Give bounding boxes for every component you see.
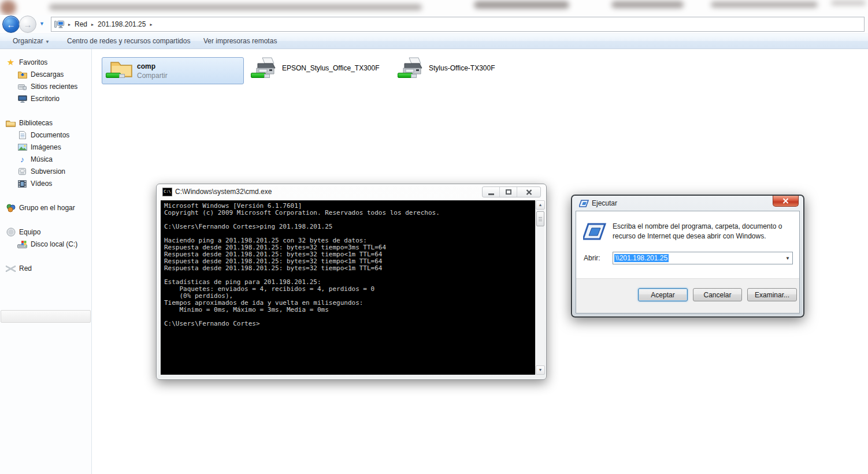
- blurred-avatar: [0, 0, 16, 15]
- star-icon: ★: [6, 58, 16, 67]
- libraries-icon: [6, 118, 16, 128]
- sidebar-item-label: Música: [31, 155, 53, 163]
- homegroup-icon: [6, 203, 16, 212]
- sidebar-section-equipo[interactable]: Equipo: [6, 226, 40, 238]
- blurred-title-text: [711, 2, 818, 8]
- sidebar-item-imagenes[interactable]: Imágenes: [17, 141, 61, 153]
- network-printer-icon: [253, 57, 277, 80]
- view-remote-printers-button[interactable]: Ver impresoras remotas: [200, 34, 280, 48]
- minimize-button[interactable]: [483, 187, 500, 197]
- run-icon-small: [579, 200, 589, 207]
- close-icon: [782, 198, 789, 204]
- cmd-titlebar[interactable]: C:\ C:\Windows\system32\cmd.exe: [157, 184, 546, 199]
- command-toolbar: Organizar ▼ Centro de redes y recursos c…: [0, 33, 868, 49]
- window-titlebar-blurred[interactable]: [0, 0, 868, 15]
- sidebar-item-musica[interactable]: ♪ Música: [17, 154, 53, 165]
- cmd-window: C:\ C:\Windows\system32\cmd.exe Microsof…: [156, 184, 547, 380]
- maximize-button[interactable]: [500, 187, 517, 197]
- hard-drive-icon: [17, 240, 27, 249]
- document-icon: [17, 130, 27, 140]
- sidebar-section-label: Grupo en el hogar: [19, 204, 75, 212]
- scroll-down-button[interactable]: ▼: [536, 365, 545, 375]
- blurred-title-text: [49, 4, 422, 10]
- shared-folder-icon: [110, 60, 132, 77]
- network-computer-icon: [54, 20, 64, 29]
- printer-name: EPSON_Stylus_Office_TX300F: [282, 64, 380, 72]
- sidebar-section-label: Favoritos: [19, 58, 47, 66]
- ok-button[interactable]: Aceptar: [638, 288, 688, 301]
- subversion-folder-icon: [17, 167, 27, 176]
- close-button[interactable]: [517, 187, 540, 197]
- forward-button[interactable]: →: [19, 16, 36, 33]
- scroll-up-button[interactable]: ▲: [536, 200, 545, 210]
- sidebar-item-sitios-recientes[interactable]: Sitios recientes: [17, 81, 77, 92]
- sidebar: ★ Favoritos Descargas Sitios recientes E…: [0, 49, 91, 474]
- sidebar-section-grupo-hogar[interactable]: Grupo en el hogar: [6, 202, 75, 214]
- run-icon: [583, 223, 606, 240]
- sidebar-section-bibliotecas[interactable]: Bibliotecas: [6, 117, 53, 129]
- item-title: comp: [137, 62, 155, 70]
- sidebar-item-label: Escritorio: [31, 95, 60, 103]
- sidebar-divider: [91, 49, 92, 474]
- sidebar-item-label: Vídeos: [31, 180, 52, 188]
- navigation-bar: ← → ▼ ▸ Red ▸ 201.198.201.25 ▸: [0, 15, 868, 33]
- cmd-output: Microsoft Windows [Versión 6.1.7601] Cop…: [161, 200, 535, 327]
- sidebar-item-label: Red: [19, 264, 32, 273]
- sidebar-section-favoritos[interactable]: ★ Favoritos: [6, 57, 47, 68]
- sidebar-selection-highlight: [1, 310, 91, 323]
- sidebar-item-documentos[interactable]: Documentos: [17, 129, 69, 141]
- video-icon: [17, 179, 27, 188]
- network-icon: [6, 264, 16, 273]
- printer-name: Stylus-Office-TX300F: [429, 64, 495, 72]
- browse-button[interactable]: Examinar...: [747, 288, 797, 301]
- address-bar[interactable]: ▸ Red ▸ 201.198.201.25 ▸: [51, 17, 865, 32]
- file-item-comp[interactable]: comp Compartir: [102, 57, 244, 84]
- explorer-window: ← → ▼ ▸ Red ▸ 201.198.201.25 ▸ Organizar…: [0, 0, 868, 474]
- run-close-button[interactable]: [773, 196, 799, 207]
- chevron-down-icon: ▼: [45, 39, 50, 44]
- blurred-title-text: [611, 1, 684, 8]
- sidebar-item-disco-local[interactable]: Disco local (C:): [17, 238, 77, 250]
- back-button[interactable]: ←: [2, 16, 20, 33]
- recent-pages-dropdown-icon[interactable]: ▼: [39, 21, 44, 27]
- sidebar-section-label: Bibliotecas: [19, 119, 53, 127]
- run-dialog-title: Ejecutar: [592, 199, 617, 207]
- breadcrumb-arrow-icon: ▸: [68, 22, 71, 27]
- computer-icon: [6, 227, 16, 237]
- combo-dropdown-icon[interactable]: ▼: [785, 256, 790, 261]
- cmd-scrollbar[interactable]: ▲ ▼: [535, 200, 544, 375]
- sidebar-item-label: Documentos: [31, 131, 69, 139]
- blurred-title-text: [474, 1, 569, 9]
- printer-item[interactable]: Stylus-Office-TX300F: [400, 57, 495, 80]
- sidebar-section-label: Equipo: [19, 228, 40, 236]
- music-note-icon: ♪: [17, 155, 27, 164]
- network-center-button[interactable]: Centro de redes y recursos compartidos: [64, 34, 194, 48]
- back-icon: ←: [7, 20, 16, 29]
- item-subtitle: Compartir: [137, 72, 168, 80]
- breadcrumb-item-ip[interactable]: 201.198.201.25: [98, 20, 146, 28]
- sidebar-item-label: Descargas: [31, 70, 64, 79]
- minimize-icon: [488, 193, 494, 195]
- cancel-button[interactable]: Cancelar: [693, 288, 742, 301]
- printer-item[interactable]: EPSON_Stylus_Office_TX300F: [253, 57, 380, 80]
- sidebar-item-red[interactable]: Red: [6, 263, 32, 274]
- cmd-console[interactable]: Microsoft Windows [Versión 6.1.7601] Cop…: [161, 200, 535, 375]
- picture-icon: [17, 143, 27, 152]
- sidebar-item-label: Sitios recientes: [31, 83, 77, 91]
- sidebar-item-label: Imágenes: [31, 143, 61, 151]
- organize-button[interactable]: Organizar ▼: [9, 34, 53, 48]
- sidebar-item-videos[interactable]: Vídeos: [17, 178, 52, 189]
- network-printer-icon: [400, 57, 424, 80]
- sidebar-item-label: Disco local (C:): [31, 240, 77, 248]
- breadcrumb-arrow-icon: ▸: [150, 22, 152, 27]
- open-combobox[interactable]: \\201.198.201.25 ▼: [613, 252, 793, 264]
- sidebar-item-descargas[interactable]: Descargas: [17, 69, 64, 80]
- sidebar-item-escritorio[interactable]: Escritorio: [17, 93, 60, 104]
- forward-icon: →: [24, 20, 32, 29]
- scroll-thumb[interactable]: [536, 211, 544, 226]
- breadcrumb-item-red[interactable]: Red: [75, 20, 87, 28]
- downloads-folder-icon: [17, 70, 27, 79]
- run-dialog-message: Escriba el nombre del programa, carpeta,…: [613, 222, 793, 241]
- sidebar-item-subversion[interactable]: Subversion: [17, 166, 65, 177]
- open-label: Abrir:: [584, 254, 600, 262]
